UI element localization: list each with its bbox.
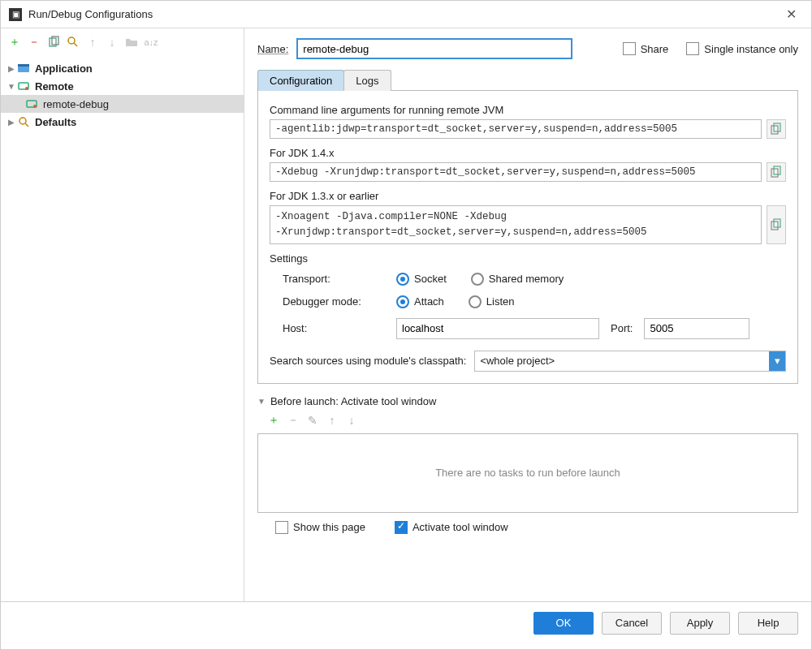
before-launch-title: Before launch: Activate tool window — [270, 395, 437, 407]
transport-shared-radio[interactable] — [471, 273, 484, 286]
activate-tool-window-checkbox[interactable] — [395, 521, 408, 534]
share-label: Share — [641, 43, 669, 55]
tree-label: Application — [32, 62, 93, 75]
single-instance-label: Single instance only — [704, 43, 798, 55]
port-input[interactable] — [644, 318, 749, 339]
tabs: Configuration Logs — [257, 69, 798, 91]
svg-rect-4 — [18, 64, 29, 67]
defaults-icon — [17, 115, 32, 128]
titlebar: ▣ Run/Debug Configurations ✕ — [1, 1, 811, 28]
remove-task-icon[interactable]: － — [285, 412, 301, 428]
remote-icon — [17, 80, 32, 92]
search-sources-label: Search sources using module's classpath: — [270, 355, 466, 367]
show-page-label: Show this page — [293, 521, 365, 533]
svg-rect-10 — [771, 126, 778, 134]
tree-label: Defaults — [32, 116, 76, 128]
before-launch-header[interactable]: ▼ Before launch: Activate tool window — [257, 395, 798, 407]
before-launch-list: There are no tasks to run before launch — [257, 433, 798, 513]
jdk13-field[interactable]: -Xnoagent -Djava.compiler=NONE -Xdebug -… — [270, 205, 762, 244]
chevron-down-icon: ▼ — [257, 397, 266, 406]
app-icon: ▣ — [9, 8, 22, 21]
add-task-icon[interactable]: ＋ — [266, 412, 282, 428]
chevron-right-icon: ▶ — [6, 64, 17, 73]
application-icon — [17, 62, 32, 74]
edit-task-icon[interactable]: ✎ — [304, 412, 321, 428]
tree-label: Remote — [32, 80, 74, 93]
transport-label: Transport: — [283, 273, 396, 285]
svg-rect-14 — [771, 222, 778, 230]
remove-icon[interactable]: － — [25, 33, 43, 51]
main-panel: Name: Share Single instance only Configu… — [244, 28, 811, 601]
chevron-right-icon: ▶ — [6, 118, 17, 127]
host-input[interactable] — [396, 318, 599, 339]
config-tree: ▶ Application ▼ Remote remote-debug — [1, 56, 244, 601]
edit-defaults-icon[interactable] — [64, 33, 82, 51]
cmd-args-field[interactable]: -agentlib:jdwp=transport=dt_socket,serve… — [270, 119, 762, 139]
svg-point-8 — [33, 105, 37, 108]
select-value: <whole project> — [480, 355, 555, 367]
move-up-icon[interactable]: ↑ — [84, 33, 102, 51]
close-icon[interactable]: ✕ — [780, 3, 803, 25]
sidebar: ＋ － ↑ ↓ a↓z ▶ Application — [1, 28, 244, 601]
sort-icon[interactable]: a↓z — [142, 33, 160, 51]
name-label: Name: — [257, 43, 288, 55]
chevron-down-icon: ▾ — [769, 351, 785, 371]
tree-node-remote-debug[interactable]: remote-debug — [1, 95, 244, 113]
move-up-icon[interactable]: ↑ — [324, 412, 340, 428]
share-checkbox[interactable] — [623, 42, 636, 55]
svg-rect-12 — [771, 169, 778, 177]
empty-tasks-text: There are no tasks to run before launch — [435, 467, 620, 479]
host-label: Host: — [283, 322, 396, 334]
radio-label: Listen — [486, 295, 515, 308]
cancel-button[interactable]: Cancel — [602, 612, 662, 635]
configuration-panel: Command line arguments for running remot… — [257, 91, 798, 384]
move-down-icon[interactable]: ↓ — [103, 33, 121, 51]
copy-icon[interactable] — [767, 119, 786, 139]
name-input[interactable] — [296, 38, 572, 59]
svg-point-2 — [68, 37, 75, 44]
single-instance-checkbox[interactable] — [686, 42, 699, 55]
remote-icon — [25, 98, 40, 110]
show-page-checkbox[interactable] — [275, 521, 288, 534]
chevron-down-icon: ▼ — [6, 82, 17, 91]
module-classpath-select[interactable]: <whole project> ▾ — [474, 351, 786, 372]
settings-title: Settings — [270, 252, 786, 265]
svg-rect-15 — [774, 219, 780, 227]
debugger-attach-radio[interactable] — [396, 295, 409, 308]
cmd-args-label: Command line arguments for running remot… — [270, 104, 786, 116]
ok-button[interactable]: OK — [533, 612, 594, 635]
radio-label: Socket — [414, 273, 447, 285]
svg-rect-13 — [774, 166, 780, 174]
add-icon[interactable]: ＋ — [6, 33, 24, 51]
svg-rect-11 — [774, 123, 780, 131]
jdk14-field[interactable]: -Xdebug -Xrunjdwp:transport=dt_socket,se… — [270, 162, 762, 182]
tab-configuration[interactable]: Configuration — [257, 70, 344, 91]
copy-icon[interactable] — [767, 205, 786, 244]
dialog-footer: OK Cancel Apply Help — [1, 601, 811, 644]
jdk13-label: For JDK 1.3.x or earlier — [270, 190, 786, 202]
tree-node-remote[interactable]: ▼ Remote — [1, 77, 244, 95]
tree-label: remote-debug — [40, 98, 109, 110]
transport-socket-radio[interactable] — [396, 273, 409, 286]
svg-point-9 — [19, 118, 26, 124]
copy-icon[interactable] — [45, 33, 63, 51]
radio-label: Attach — [414, 295, 444, 308]
folder-icon[interactable] — [123, 33, 140, 51]
port-label: Port: — [611, 322, 633, 334]
activate-tool-window-label: Activate tool window — [412, 521, 508, 533]
tree-node-application[interactable]: ▶ Application — [1, 59, 244, 77]
copy-icon[interactable] — [767, 162, 786, 182]
move-down-icon[interactable]: ↓ — [343, 412, 360, 428]
apply-button[interactable]: Apply — [670, 612, 730, 635]
window-title: Run/Debug Configurations — [28, 8, 780, 20]
svg-point-6 — [25, 87, 28, 90]
tree-node-defaults[interactable]: ▶ Defaults — [1, 113, 244, 131]
sidebar-toolbar: ＋ － ↑ ↓ a↓z — [1, 28, 244, 56]
debugger-mode-label: Debugger mode: — [283, 295, 396, 308]
jdk14-label: For JDK 1.4.x — [270, 147, 786, 159]
tab-logs[interactable]: Logs — [343, 70, 391, 91]
before-launch-section: ▼ Before launch: Activate tool window ＋ … — [257, 395, 798, 534]
radio-label: Shared memory — [489, 273, 564, 285]
help-button[interactable]: Help — [738, 612, 798, 635]
debugger-listen-radio[interactable] — [469, 295, 482, 308]
